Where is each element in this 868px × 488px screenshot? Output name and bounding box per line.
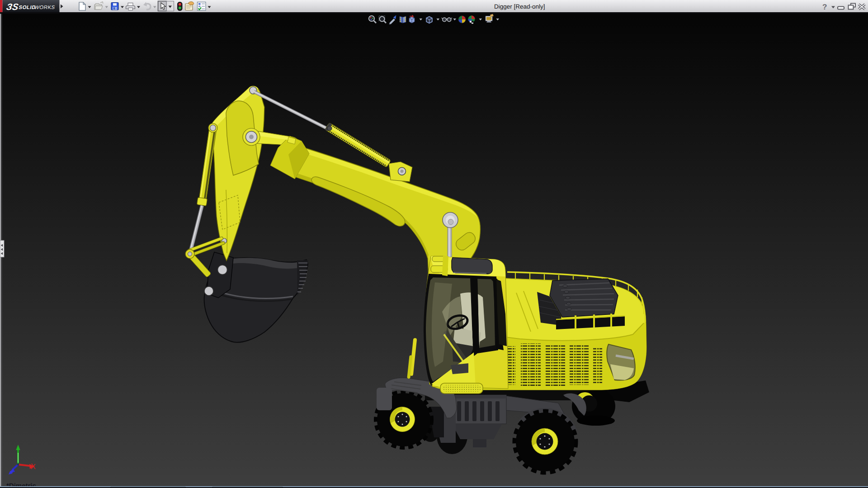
svg-text:SOLID: SOLID — [18, 5, 36, 10]
svg-text:WORKS: WORKS — [34, 5, 56, 10]
svg-text:ЗS: ЗS — [5, 2, 19, 12]
svg-text:?: ? — [822, 3, 827, 11]
svg-text:Digger [Read-only]: Digger [Read-only] — [494, 3, 545, 10]
